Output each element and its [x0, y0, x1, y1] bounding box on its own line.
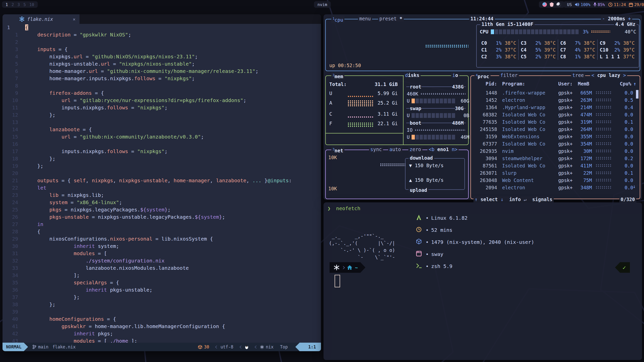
code-line[interactable]: 8 [3, 82, 321, 89]
code-line[interactable]: 12 }; [3, 111, 321, 119]
terminal-cursor[interactable] [335, 275, 340, 287]
code-line[interactable]: 25 pkgs = nixpkgs.legacyPackages.${syste… [3, 206, 321, 213]
mic-item[interactable]: 85% [593, 2, 605, 7]
proc-header[interactable]: Pid: Program: User: MemB Cpu% ↑ [474, 80, 636, 87]
tab-flake-nix[interactable]: flake.nix × [3, 14, 79, 24]
code-line[interactable]: 35 specialArgs = { [3, 279, 321, 286]
proc-filter-button[interactable]: filter [499, 72, 519, 78]
net-auto-button[interactable]: auto [388, 146, 402, 152]
code-line[interactable]: 29 nixosConfigurations.nixos-personal = … [3, 235, 321, 243]
workspace-2[interactable]: 2 [12, 2, 14, 7]
code-line[interactable]: 42 inherit pkgs; [3, 330, 321, 337]
neovim-window[interactable]: flake.nix × 1{1 description = "gpskwlkr … [3, 14, 321, 351]
tab-close-icon[interactable]: × [73, 17, 75, 22]
proc-sort-selector[interactable]: < cpu lazy > [590, 72, 627, 78]
code-line[interactable]: 24 system = "x86_64-linux"; [3, 199, 321, 206]
proc-list[interactable]: 1448.firefox-wrappegpsk+665M0.01452elect… [474, 89, 633, 191]
tab-net[interactable]: 3net [331, 146, 344, 154]
keepassxc-icon[interactable] [549, 2, 554, 7]
code-line[interactable]: 1 description = "gpskwlkr NixOS"; [3, 31, 321, 38]
code-line[interactable]: 22 let [3, 184, 321, 192]
code-line[interactable]: 15 url = "github:nix-community/lanzaboot… [3, 133, 321, 141]
code-line[interactable]: 9 firefox-addons = { [3, 89, 321, 97]
process-row[interactable]: 2094electrongpsk+348M0.0 [474, 184, 633, 191]
code-line[interactable]: 4 nixpkgs.url = "github:NixOS/nixpkgs/ni… [3, 53, 321, 60]
sort-direction-icon[interactable]: ↑ [633, 81, 636, 86]
code-line[interactable]: 23 lib = nixpkgs.lib; [3, 192, 321, 199]
code-line[interactable]: 21 outputs = { self, nixpkgs, nixpkgs-un… [3, 177, 321, 184]
code-line[interactable]: 1{ [3, 24, 321, 31]
process-row[interactable]: 3159WebExtensionsgpsk+355M0.0 [474, 133, 633, 140]
net-interface-selector[interactable]: <b eno1 n> [427, 146, 459, 152]
process-row[interactable]: 263048Web Contentgpsk+75M0.0 [474, 176, 633, 184]
net-zero-button[interactable]: zero [408, 146, 422, 152]
code-buffer[interactable]: 1{1 description = "gpskwlkr NixOS";23 in… [3, 24, 321, 343]
code-line[interactable]: 39 [3, 308, 321, 315]
code-line[interactable]: 3 inputs = { [3, 46, 321, 53]
process-row[interactable]: 67377Isolated Web Cogpsk+354M0.0 [474, 140, 633, 147]
steam-icon[interactable] [556, 2, 561, 7]
proc-footer[interactable]: ↑ select ↓⁣⁣ info ↵ signals [473, 196, 554, 202]
update-interval[interactable]: - 2000ms + [601, 16, 632, 22]
code-line[interactable]: 20 [3, 170, 321, 177]
scroll-down-icon[interactable]: ↓ [633, 184, 636, 189]
hardware-status[interactable]: US 100% 85% [564, 1, 609, 8]
clock-module[interactable]: 11:24 29/03 [605, 1, 644, 8]
code-line[interactable]: 40 homeConfigurations = { [3, 315, 321, 323]
code-line[interactable]: 16 [3, 141, 321, 148]
preset-button[interactable]: preset * [378, 16, 404, 22]
code-line[interactable]: 36 inherit pkgs-unstable; [3, 286, 321, 294]
code-line[interactable]: 34 ]; [3, 272, 321, 279]
code-line[interactable]: 11 inputs.nixpkgs.follows = "nixpkgs"; [3, 104, 321, 111]
process-row[interactable]: 1364.Hyprland-wrappgpsk+214M0.4 [474, 104, 633, 111]
net-sync-button[interactable]: sync [369, 146, 383, 152]
code-line[interactable]: 18 }; [3, 155, 321, 162]
tab-proc[interactable]: 4proc [474, 72, 491, 79]
workspaces[interactable]: 123510 [2, 1, 38, 8]
code-line[interactable]: 32 ./system/configuration.nix [3, 257, 321, 264]
code-line[interactable]: 33 lanzaboote.nixosModules.lanzaboote [3, 264, 321, 272]
process-row[interactable]: 1452electrongpsk+263M0.5 [474, 96, 633, 104]
process-row[interactable]: 262935nvimgpsk+30M0.0 [474, 147, 633, 155]
keyboard-layout[interactable]: US [567, 2, 572, 7]
tab-disks[interactable]: disks [404, 72, 421, 78]
proc-scrollbar[interactable] [636, 90, 638, 99]
workspace-5[interactable]: 5 [23, 2, 26, 7]
btop-window[interactable]: 1cpu menu preset * 11:24:44 - 2000ms + u… [324, 14, 642, 200]
tab-cpu[interactable]: 1cpu [331, 16, 344, 23]
app-icon[interactable] [542, 2, 547, 7]
code-line[interactable]: 7 home-manager.inputs.nixpkgs.follows = … [3, 75, 321, 82]
code-line[interactable]: 41 gpskwlkr = home-manager.lib.homeManag… [3, 323, 321, 330]
tab-io[interactable]: io [451, 72, 459, 78]
menu-button[interactable]: menu [358, 16, 372, 22]
code-line[interactable]: 17 inputs.nixpkgs.follows = "nixpkgs"; [3, 148, 321, 155]
code-line[interactable]: 2 [3, 38, 321, 46]
code-line[interactable]: 27 in [3, 221, 321, 228]
code-line[interactable]: 28 { [3, 228, 321, 235]
system-tray[interactable] [539, 1, 565, 8]
process-row[interactable]: 77635Isolated Web Cogpsk+319M0.1 [474, 118, 633, 125]
code-line[interactable]: 10 url = "gitlab:rycee/nur-expressions?d… [3, 97, 321, 104]
date-item[interactable]: 29/03 [629, 2, 644, 7]
code-line[interactable]: 13 [3, 119, 321, 126]
code-line[interactable]: 26 pkgs-unstable = nixpkgs-unstable.lega… [3, 213, 321, 221]
proc-tree-button[interactable]: tree [571, 72, 585, 78]
process-row[interactable]: 87561Isolated Web Cogpsk+411M0.0 [474, 162, 633, 169]
process-row[interactable]: 1448.firefox-wrappegpsk+665M0.0 [474, 89, 633, 96]
code-line[interactable]: 31 modules = [ [3, 250, 321, 257]
process-row[interactable]: 263071slurpgpsk+22M0.1 [474, 169, 633, 176]
code-line[interactable]: 14 lanzaboote = { [3, 126, 321, 133]
code-line[interactable]: 30 inherit system; [3, 243, 321, 250]
code-line[interactable]: 38 }; [3, 301, 321, 308]
workspace-1[interactable]: 1 [6, 2, 8, 7]
tab-mem[interactable]: 2mem [331, 72, 344, 79]
time-item[interactable]: 11:24 [608, 2, 626, 7]
shell-prompt[interactable]: ~ [330, 262, 365, 273]
code-line[interactable]: 37 }; [3, 294, 321, 301]
process-row[interactable]: 245158Isolated Web Cogpsk+264M0.0 [474, 125, 633, 133]
terminal-window[interactable]: ❯ neofetch _._ _,-'""`-._ (,-.`._,'( |\`… [324, 202, 642, 360]
workspace-10[interactable]: 10 [29, 2, 34, 7]
code-line[interactable]: 6 home-manager.url = "github:nix-communi… [3, 68, 321, 75]
volume-item[interactable]: 100% [575, 2, 590, 7]
code-line[interactable]: 43 modules = [ ./home ]; [3, 337, 321, 343]
